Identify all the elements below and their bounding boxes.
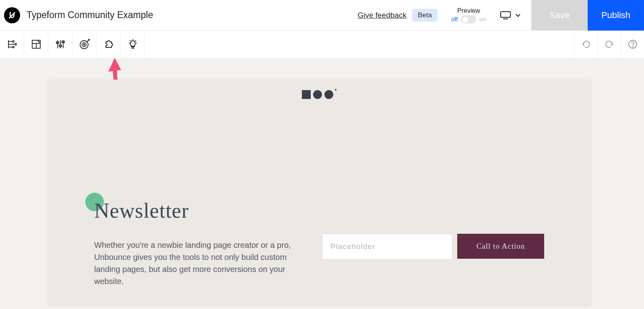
svg-point-29 xyxy=(632,46,633,47)
beta-badge: Beta xyxy=(412,9,438,22)
page-title[interactable]: Typeform Community Example xyxy=(27,10,153,21)
editor-toolbar xyxy=(0,31,644,58)
svg-point-5 xyxy=(12,41,14,42)
unbounce-logo-icon xyxy=(4,7,20,23)
sliders-icon xyxy=(54,38,66,50)
cta-button[interactable]: Call to Action xyxy=(457,234,544,259)
svg-line-27 xyxy=(135,40,136,41)
preview-off-label: off xyxy=(451,16,458,23)
toolbar-style[interactable] xyxy=(24,31,48,58)
publish-button[interactable]: Publish xyxy=(588,0,644,31)
undo-button[interactable] xyxy=(574,31,597,58)
preview-toggle[interactable] xyxy=(461,15,476,23)
give-feedback-link[interactable]: Give feedback xyxy=(357,11,406,20)
toolbar-structure[interactable] xyxy=(0,31,24,58)
help-button[interactable] xyxy=(621,31,644,58)
lightbulb-icon xyxy=(127,38,139,50)
help-icon xyxy=(627,39,638,49)
newsletter-body-text[interactable]: Whether you're a newbie landing page cre… xyxy=(94,239,312,287)
svg-rect-1 xyxy=(501,12,510,17)
save-button[interactable]: Save xyxy=(531,0,588,31)
svg-point-9 xyxy=(12,46,14,48)
logo-dot-icon xyxy=(313,90,322,99)
preview-toggle-block: Preview off on xyxy=(451,7,486,23)
structure-icon xyxy=(6,38,18,50)
target-icon xyxy=(78,38,91,50)
newsletter-email-input[interactable] xyxy=(322,234,452,260)
toolbar-goals[interactable] xyxy=(72,31,97,58)
preview-on-label: on xyxy=(479,16,486,23)
desktop-icon xyxy=(500,10,511,20)
svg-line-26 xyxy=(130,40,130,41)
logo-dot-icon xyxy=(324,90,333,99)
svg-marker-30 xyxy=(108,58,121,72)
app-logo xyxy=(0,7,24,23)
logo-tiny-dot-icon xyxy=(335,89,336,91)
toolbar-tips[interactable] xyxy=(121,31,145,58)
toolbar-integrations[interactable] xyxy=(97,31,121,58)
device-selector[interactable] xyxy=(500,10,521,20)
toolbar-sliders[interactable] xyxy=(48,31,72,58)
newsletter-heading[interactable]: Newsletter xyxy=(94,199,189,222)
undo-icon xyxy=(581,39,591,49)
app-header: Typeform Community Example Give feedback… xyxy=(0,0,644,31)
canvas-stage: Newsletter Whether you're a newbie landi… xyxy=(0,58,644,309)
redo-button[interactable] xyxy=(597,31,621,58)
svg-line-22 xyxy=(87,39,89,42)
preview-label: Preview xyxy=(457,7,480,14)
svg-point-21 xyxy=(83,44,85,45)
svg-point-7 xyxy=(15,43,17,45)
style-icon xyxy=(30,38,42,50)
logo-square-icon xyxy=(302,90,311,99)
puzzle-icon xyxy=(103,38,115,50)
redo-icon xyxy=(604,39,615,49)
template-logo xyxy=(48,80,591,99)
chevron-down-icon xyxy=(515,12,521,18)
